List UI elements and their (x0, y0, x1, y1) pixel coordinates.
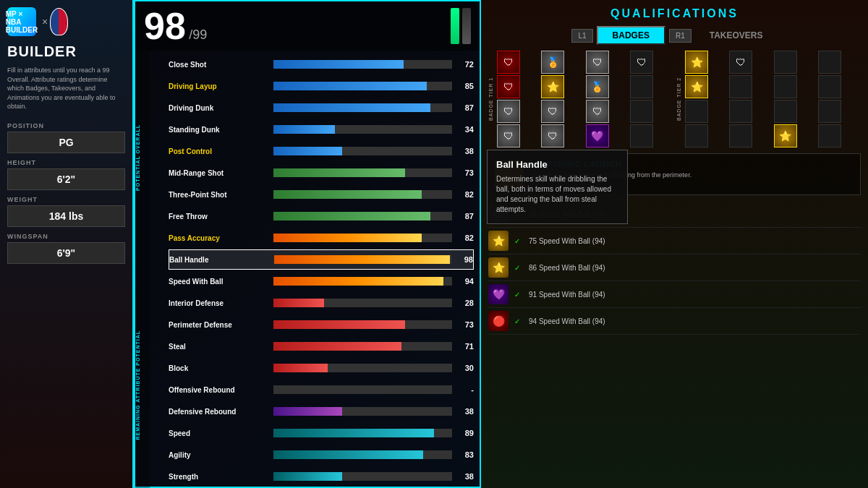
attribute-bar-container (273, 385, 452, 394)
badge-item[interactable]: 🛡 (497, 100, 520, 123)
badge-tier-2: BADGE TIER 2 ⭐ 🛡 ⭐ ⭐ (676, 51, 861, 147)
middle-panel: 98 /99 POTENTIAL OVERALL REMAINING ATTRI… (134, 0, 481, 488)
badge-item[interactable]: 🛡 (541, 100, 564, 123)
attribute-row[interactable]: Strength38 (169, 466, 474, 487)
badge-item[interactable] (818, 51, 841, 74)
qualification-icon: ⭐ (488, 257, 509, 278)
qualification-icon: 💜 (488, 284, 509, 304)
tab-badges-button[interactable]: BADGES (597, 26, 665, 45)
attribute-name: Interior Defense (169, 299, 270, 307)
attribute-value: 72 (456, 60, 474, 69)
badge-item[interactable] (630, 124, 653, 147)
attribute-bar-container (273, 234, 452, 242)
attribute-name: Post Control (169, 147, 270, 155)
wingspan-label: WINGSPAN (7, 233, 125, 240)
attribute-row[interactable]: Free Throw87 (169, 206, 474, 226)
badge-item[interactable] (818, 124, 841, 147)
badge-item[interactable]: 💜 (586, 124, 609, 147)
badge-item[interactable]: 🏅 (541, 51, 564, 74)
badge-item[interactable]: 🛡 (586, 51, 609, 74)
attribute-bar (273, 82, 427, 90)
height-value[interactable]: 6'2" (7, 168, 125, 190)
badge-item[interactable] (630, 75, 653, 98)
badge-item[interactable]: 🛡 (497, 75, 520, 98)
badge-item[interactable]: 🛡 (497, 124, 520, 147)
badge-item[interactable]: 🏅 (586, 75, 609, 98)
badge-item[interactable] (630, 100, 653, 123)
app-description: Fill in attributes until you reach a 99 … (7, 66, 125, 111)
attribute-value: 38 (456, 407, 474, 416)
attribute-row[interactable]: Interior Defense28 (169, 293, 474, 313)
badge-item[interactable] (685, 100, 708, 123)
badge-item[interactable]: 🛡 (541, 124, 564, 147)
attribute-row[interactable]: Driving Dunk87 (169, 98, 474, 118)
badge-item[interactable] (729, 75, 752, 98)
position-label: POSITION (7, 122, 125, 129)
attribute-row[interactable]: Offensive Rebound- (169, 380, 474, 400)
attribute-bar (273, 277, 443, 286)
attribute-row[interactable]: Pass Accuracy82 (169, 228, 474, 248)
attribute-row[interactable]: Close Shot72 (169, 54, 474, 74)
attribute-row[interactable]: Driving Layup85 (169, 76, 474, 96)
attribute-value: 98 (455, 255, 473, 264)
badge-item[interactable] (729, 100, 752, 123)
tab-r1[interactable]: R1 (669, 29, 692, 43)
attribute-row[interactable]: Defensive Rebound38 (169, 401, 474, 421)
attribute-row[interactable]: Speed89 (169, 423, 474, 443)
attribute-name: Free Throw (169, 213, 270, 221)
badge-item[interactable]: 🛡 (729, 51, 752, 74)
attribute-name: Speed With Ball (169, 278, 270, 286)
attribute-row[interactable]: Agility83 (169, 445, 474, 465)
qualification-item: ⭐✓75 Speed With Ball (94) (488, 228, 861, 254)
badge-item[interactable]: ⭐ (541, 75, 564, 98)
attribute-name: Defensive Rebound (169, 408, 270, 416)
weight-label: WEIGHT (7, 196, 125, 203)
attribute-row[interactable]: Speed With Ball94 (169, 271, 474, 291)
qualification-icon: 🔴 (488, 311, 509, 331)
badge-item[interactable]: ⭐ (685, 51, 708, 74)
attribute-bar-container (273, 429, 452, 437)
badge-item[interactable] (774, 51, 797, 74)
badge-item[interactable]: 🛡 (586, 100, 609, 123)
builder-title: BUILDER (7, 43, 125, 60)
badge-item[interactable] (729, 124, 752, 147)
attribute-bar (273, 190, 422, 199)
attribute-row[interactable]: Perimeter Defense73 (169, 314, 474, 335)
badges-grid-container: BADGE TIER 1 🛡 🏅 🛡 🛡 🛡 ⭐ 🏅 🛡 🛡 🛡 🛡 🛡 (488, 51, 861, 147)
weight-value[interactable]: 184 lbs (7, 205, 125, 227)
attribute-bar (273, 234, 422, 242)
position-value[interactable]: PG (7, 132, 125, 153)
height-label: HEIGHT (7, 159, 125, 166)
attribute-bar-container (273, 82, 452, 90)
attribute-row[interactable]: Block30 (169, 358, 474, 378)
attribute-value: 94 (456, 277, 474, 286)
attribute-name: Offensive Rebound (169, 386, 270, 394)
badge-item[interactable] (818, 100, 841, 123)
attribute-bar (273, 168, 405, 177)
badge-item[interactable] (685, 124, 708, 147)
overall-header: 98 /99 (135, 1, 480, 51)
attribute-row[interactable]: Three-Point Shot82 (169, 184, 474, 205)
tab-takeovers-button[interactable]: TAKEOVERS (695, 27, 778, 43)
badge-item[interactable]: ⭐ (774, 124, 797, 147)
attribute-bar (273, 299, 324, 307)
attribute-bar-container (273, 60, 452, 69)
badge-item[interactable]: 🛡 (497, 51, 520, 74)
attribute-row[interactable]: Steal71 (169, 336, 474, 356)
badge-item[interactable] (774, 75, 797, 98)
attribute-row[interactable]: Standing Dunk34 (169, 119, 474, 140)
attribute-row[interactable]: Mid-Range Shot73 (169, 163, 474, 183)
attribute-row[interactable]: Ball Handle98 (169, 249, 474, 270)
left-panel: MP × NBA BUILDER × BUILDER Fill in attri… (0, 0, 134, 488)
badge-item[interactable] (774, 100, 797, 123)
badge-item[interactable]: ⭐ (685, 75, 708, 98)
qualification-text: 91 Speed With Ball (94) (529, 291, 605, 299)
attribute-row[interactable]: Post Control38 (169, 141, 474, 161)
attribute-name: Mid-Range Shot (169, 169, 270, 177)
attribute-name: Ball Handle (169, 256, 271, 264)
badge-item[interactable] (818, 75, 841, 98)
wingspan-value[interactable]: 6'9" (7, 242, 125, 264)
tab-l1[interactable]: L1 (571, 29, 592, 43)
attribute-bar-container (273, 320, 452, 329)
badge-item[interactable]: 🛡 (630, 51, 653, 74)
